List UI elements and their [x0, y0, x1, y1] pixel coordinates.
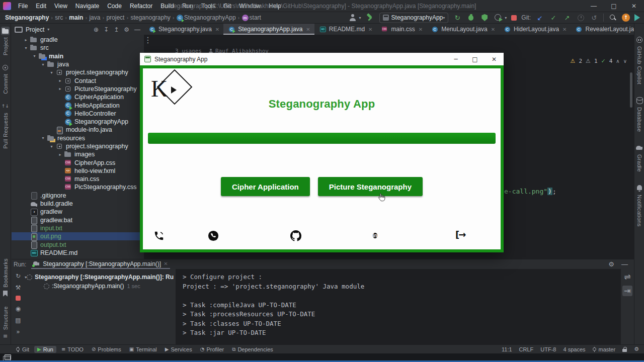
dialog-close-button[interactable]: ✕ — [485, 53, 504, 65]
pull-requests-tool-icon[interactable]: ↑↓ — [1, 102, 10, 111]
kebab-menu-icon[interactable]: ⋮ — [144, 35, 152, 45]
next-problem-icon[interactable]: ∨ — [623, 58, 627, 64]
tree-row[interactable]: ▾ project.steganography — [12, 68, 143, 76]
rerun-icon[interactable]: ↻ — [16, 273, 21, 280]
phone-icon[interactable] — [153, 230, 165, 241]
soft-wrap-icon[interactable]: ⇌ — [624, 272, 630, 282]
commit-tool-icon[interactable] — [1, 63, 10, 72]
expand-all-button[interactable]: ↧ — [104, 26, 109, 33]
stop-button[interactable] — [511, 15, 517, 21]
debug-button[interactable] — [466, 13, 475, 22]
statusbar-services[interactable]: ▶Services — [162, 346, 195, 353]
breadcrumb-item[interactable]: src — [55, 14, 63, 21]
tree-row[interactable]: out.png — [12, 232, 143, 240]
collapse-all-button[interactable]: ↥ — [114, 26, 119, 33]
menu-item[interactable]: Run — [179, 1, 197, 11]
window-maximize-button[interactable]: □ — [604, 0, 624, 12]
tree-row[interactable]: build.gradle — [12, 200, 143, 208]
tree-row[interactable]: gradlew.bat — [12, 216, 143, 224]
menu-item[interactable]: Help — [265, 1, 285, 11]
menu-item[interactable]: Build — [157, 1, 178, 11]
coverage-button[interactable] — [480, 13, 489, 22]
tree-row[interactable]: CipherApplication — [12, 93, 143, 101]
structure-tool-icon[interactable]: ≡ — [1, 332, 10, 340]
window-minimize-button[interactable]: — — [584, 0, 604, 12]
caret-position[interactable]: 11:1 — [502, 346, 512, 352]
breadcrumb-item[interactable]: java — [89, 14, 100, 21]
run-configuration-select[interactable]: SteganographyApp ▾ — [379, 13, 449, 23]
git-push-button[interactable]: ↗ — [562, 13, 572, 22]
profiler-button[interactable] — [494, 13, 503, 22]
tree-row[interactable]: ▾ resources — [12, 134, 143, 142]
tree-twisty[interactable]: ▾ — [31, 54, 38, 58]
dialog-minimize-button[interactable]: ─ — [446, 53, 465, 65]
menu-item[interactable]: Navigate — [72, 1, 103, 11]
menu-item[interactable]: Git — [220, 1, 234, 11]
menu-item[interactable]: Tools — [198, 1, 219, 11]
indent-setting[interactable]: 4 spaces — [563, 346, 585, 352]
project-panel-title[interactable]: Project — [26, 26, 44, 33]
tree-row[interactable]: ▾ java — [12, 60, 143, 68]
pin-icon[interactable]: ◉ — [16, 305, 21, 312]
layout-icon[interactable]: ▤ — [15, 317, 21, 324]
close-tab-icon[interactable]: ✕ — [419, 27, 423, 32]
bell-icon[interactable] — [635, 184, 643, 192]
tree-row[interactable]: SteganographyApp — [12, 118, 143, 126]
tree-row[interactable]: ▾ src — [12, 44, 143, 52]
tree-twisty[interactable]: ▸ — [56, 152, 64, 157]
close-tab-icon[interactable]: ✕ — [491, 27, 495, 32]
tree-row[interactable]: gradlew — [12, 208, 143, 216]
tree-twisty[interactable]: ▸ — [56, 78, 64, 83]
tree-twisty[interactable]: ▾ — [22, 46, 30, 50]
breadcrumb-method[interactable]: start — [250, 14, 261, 21]
build-hammer-icon[interactable] — [366, 13, 375, 22]
dialog-title-bar[interactable]: Steganography App ─ □ ✕ — [140, 53, 504, 65]
panel-options-button[interactable]: ⚙ — [124, 26, 129, 33]
lock-icon[interactable] — [622, 347, 627, 352]
logout-icon[interactable]: [→ — [455, 229, 466, 240]
bookmarks-tool-icon[interactable] — [1, 290, 10, 298]
rerun-button[interactable]: ↻ — [453, 13, 462, 22]
editor-tab[interactable]: main.css ✕ — [376, 24, 427, 35]
tree-row[interactable]: ▸ images — [12, 150, 143, 158]
tree-row[interactable]: ▸ PictureSteganography — [12, 85, 143, 93]
play-icon[interactable] — [634, 14, 640, 21]
stripe-gradle[interactable]: Gradle — [635, 144, 643, 172]
statusbar-git[interactable]: Git — [13, 346, 32, 353]
breadcrumb-item[interactable]: project — [106, 14, 124, 21]
run-tab[interactable]: Steganography [:SteganographyApp.main()]… — [31, 259, 170, 269]
linkedin-icon[interactable]: in — [373, 230, 384, 241]
close-tab-icon[interactable]: ✕ — [562, 27, 567, 32]
tree-row[interactable]: HelloApplication — [12, 101, 143, 109]
tree-row[interactable]: main.css — [12, 175, 143, 183]
editor-tab[interactable]: RevealerLayout.java ✕ — [571, 24, 644, 35]
tree-row[interactable]: HelloController — [12, 110, 143, 118]
statusbar-run[interactable]: ▶Run — [34, 346, 56, 353]
tree-row[interactable]: ▸ gradle — [12, 36, 143, 44]
statusbar-todo[interactable]: ≡TODO — [58, 346, 87, 353]
stripe-database[interactable]: Database — [635, 97, 643, 132]
tree-twisty[interactable]: ▸ — [56, 86, 64, 91]
close-tab-icon[interactable]: ✕ — [306, 27, 310, 32]
breadcrumb-item[interactable]: main — [69, 14, 83, 21]
database-icon[interactable] — [635, 97, 643, 105]
dialog-maximize-button[interactable]: □ — [465, 53, 485, 65]
gear-icon[interactable]: ⚙ — [634, 346, 639, 352]
tree-twisty[interactable]: ▾ — [48, 144, 55, 149]
editor-tab[interactable]: MenuLayout.java ✕ — [427, 24, 499, 35]
editor-tab[interactable]: HiderLayout.java ✕ — [499, 24, 571, 35]
close-tab-icon[interactable]: ✕ — [215, 27, 219, 32]
action-button[interactable]: Picture Steganography — [318, 177, 423, 196]
tree-row[interactable]: PicSteganography.css — [12, 183, 143, 191]
encoding[interactable]: UTF-8 — [540, 346, 556, 352]
prev-problem-icon[interactable]: ∧ — [616, 58, 619, 64]
inspections-widget[interactable]: ⚠2 ⚠1 ✓4 ∧ ∨ — [571, 58, 627, 64]
tree-twisty[interactable]: ▾ — [48, 70, 55, 75]
gear-icon[interactable]: ⚙ — [608, 260, 614, 268]
statusbar-profiler[interactable]: ◔Profiler — [197, 346, 227, 353]
tree-twisty[interactable]: ▸ — [22, 38, 30, 42]
editor-scrollbar[interactable] — [630, 72, 632, 108]
stop-icon[interactable] — [16, 296, 21, 301]
menu-item[interactable]: Code — [104, 1, 125, 11]
stripe-project[interactable]: Project — [1, 27, 10, 55]
